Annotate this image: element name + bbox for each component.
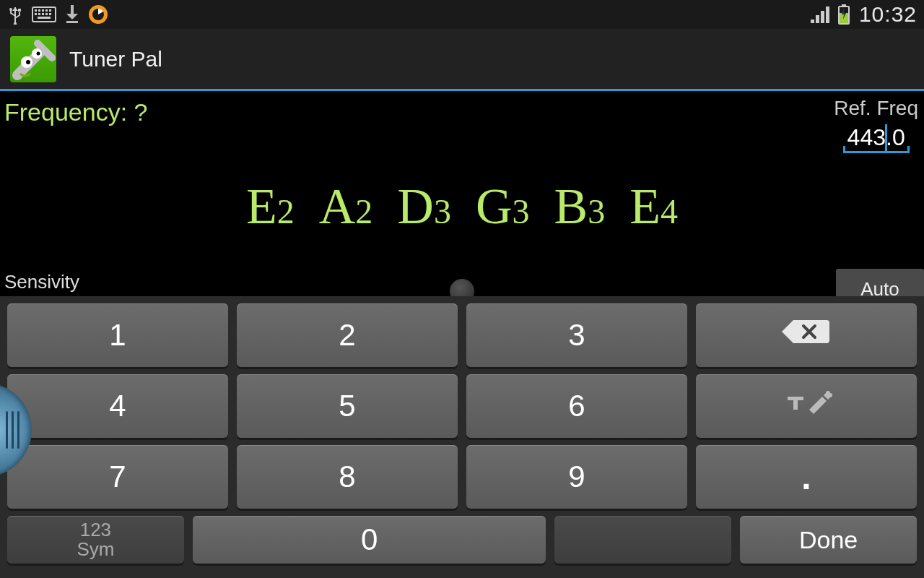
- svg-rect-9: [35, 13, 37, 15]
- svg-rect-16: [66, 21, 78, 23]
- key-6[interactable]: 6: [466, 374, 687, 438]
- svg-rect-10: [38, 13, 40, 15]
- key-5[interactable]: 5: [237, 374, 458, 438]
- svg-rect-6: [42, 9, 44, 12]
- key-7[interactable]: 7: [7, 445, 228, 509]
- svg-rect-14: [38, 17, 51, 19]
- svg-rect-11: [42, 13, 44, 15]
- svg-rect-4: [35, 9, 37, 12]
- number-keyboard: 1 2 3 4 5 6 7 8 9 . 123Sym 0 Done: [0, 296, 924, 578]
- svg-point-29: [37, 51, 40, 55]
- svg-point-0: [9, 8, 12, 11]
- note-g3[interactable]: G3: [476, 178, 530, 236]
- app-icon: [10, 36, 56, 82]
- svg-rect-12: [45, 13, 48, 15]
- svg-rect-7: [45, 9, 48, 12]
- main-content: Frequency: ? Ref. Freq 443.0 E2 A2 D3 G3…: [0, 91, 924, 296]
- note-e4[interactable]: E4: [629, 178, 678, 236]
- battery-charging-icon: [837, 4, 850, 25]
- key-8[interactable]: 8: [237, 445, 458, 509]
- note-a2[interactable]: A2: [319, 178, 373, 236]
- keyboard-icon: [32, 7, 56, 22]
- key-4[interactable]: 4: [7, 374, 228, 438]
- note-e2[interactable]: E2: [246, 178, 295, 236]
- note-b3[interactable]: B3: [554, 178, 605, 236]
- svg-rect-21: [821, 11, 824, 23]
- key-backspace[interactable]: [696, 303, 917, 367]
- key-dot[interactable]: .: [696, 445, 917, 509]
- svg-point-27: [26, 60, 30, 64]
- svg-rect-5: [38, 9, 40, 12]
- key-9[interactable]: 9: [466, 445, 687, 509]
- svg-rect-1: [18, 9, 21, 12]
- key-sym[interactable]: 123Sym: [7, 516, 184, 564]
- ref-freq-value: 443.0: [847, 124, 905, 150]
- action-bar: Tuner Pal: [0, 29, 924, 91]
- key-1[interactable]: 1: [7, 303, 228, 367]
- key-done[interactable]: Done: [740, 516, 917, 564]
- svg-rect-24: [842, 4, 846, 7]
- svg-rect-22: [826, 7, 829, 23]
- download-icon: [65, 5, 79, 24]
- status-clock: 10:32: [856, 2, 917, 27]
- status-bar: 10:32: [0, 0, 924, 29]
- svg-rect-19: [811, 20, 814, 23]
- svg-rect-8: [49, 9, 51, 12]
- svg-point-2: [14, 22, 17, 25]
- text-mode-icon: [780, 388, 832, 424]
- sensitivity-label: Sensivity: [4, 271, 79, 293]
- ref-freq-label: Ref. Freq: [834, 97, 918, 120]
- backspace-icon: [780, 317, 832, 353]
- key-2[interactable]: 2: [237, 303, 458, 367]
- key-text-mode[interactable]: [696, 374, 917, 438]
- svg-rect-13: [49, 13, 51, 15]
- svg-rect-15: [71, 5, 74, 14]
- key-3[interactable]: 3: [466, 303, 687, 367]
- svg-rect-20: [816, 15, 819, 23]
- avast-icon: [88, 4, 108, 25]
- usb-icon: [7, 4, 23, 25]
- key-blank: [554, 516, 731, 564]
- note-row: E2 A2 D3 G3 B3 E4: [0, 178, 924, 236]
- note-d3[interactable]: D3: [397, 178, 451, 236]
- ref-freq-input[interactable]: 443.0: [843, 123, 910, 153]
- key-0[interactable]: 0: [193, 516, 546, 564]
- app-title: Tuner Pal: [69, 47, 162, 72]
- frequency-readout: Frequency: ?: [4, 98, 147, 126]
- signal-icon: [810, 5, 832, 24]
